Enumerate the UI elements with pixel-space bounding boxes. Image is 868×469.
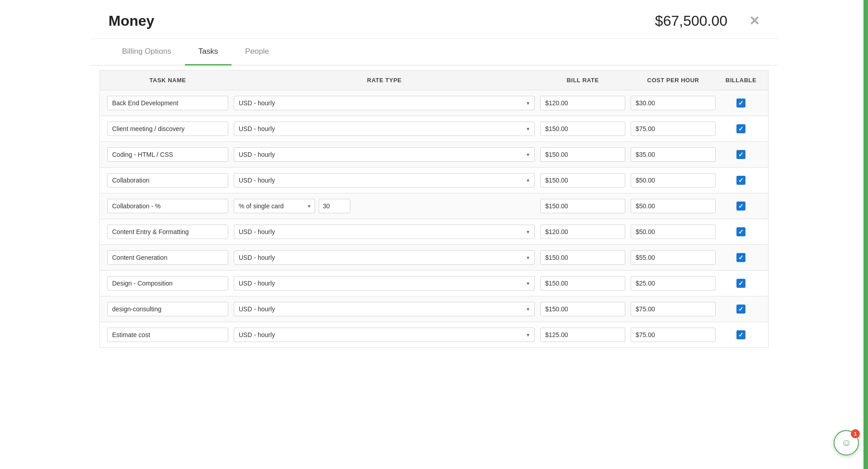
task-name-input[interactable] <box>107 173 228 188</box>
bill-rate-input[interactable] <box>540 276 625 291</box>
table-row: USD - hourly % of single card Fixed fee … <box>99 270 769 296</box>
billable-cell <box>718 200 764 212</box>
rate-type-select-wrapper: USD - hourly % of single card Fixed fee … <box>234 250 535 265</box>
bill-rate-input[interactable] <box>540 199 625 213</box>
cost-per-hour-input[interactable] <box>631 328 716 342</box>
billable-checkbox[interactable] <box>736 150 745 159</box>
tab-tasks[interactable]: Tasks <box>185 39 231 66</box>
rate-type-select-wrapper: USD - hourly % of single card Fixed fee … <box>234 147 535 162</box>
right-bar <box>863 0 868 469</box>
cost-per-hour-input[interactable] <box>631 96 716 110</box>
billable-checkbox[interactable] <box>736 330 745 339</box>
bill-rate-input[interactable] <box>540 122 625 136</box>
cost-per-hour-cell <box>628 145 718 164</box>
billable-checkbox[interactable] <box>736 305 745 314</box>
cost-per-hour-input[interactable] <box>631 199 716 213</box>
col-header-task-name: TASK NAME <box>104 77 231 84</box>
modal-header: Money $67,500.00 ✕ <box>90 0 778 39</box>
task-name-input[interactable] <box>107 250 228 265</box>
rate-type-select[interactable]: USD - hourly % of single card Fixed fee … <box>234 225 535 239</box>
table-row: USD - hourly % of single card Fixed fee … <box>99 167 769 193</box>
task-name-cell <box>104 171 231 189</box>
rate-type-select-wrapper: USD - hourly % of single card Fixed fee … <box>234 302 535 316</box>
billable-checkbox[interactable] <box>736 124 745 133</box>
task-name-input[interactable] <box>107 225 228 239</box>
billable-checkbox[interactable] <box>736 227 745 236</box>
task-name-cell <box>104 300 231 318</box>
col-header-rate-type: RATE TYPE <box>231 77 538 84</box>
billable-checkbox[interactable] <box>736 253 745 262</box>
bill-rate-cell <box>538 249 628 267</box>
task-name-input[interactable] <box>107 302 228 316</box>
task-name-cell <box>104 274 231 292</box>
task-name-cell <box>104 223 231 241</box>
billable-cell <box>718 174 764 187</box>
rate-type-select[interactable]: USD - hourly % of single card Fixed fee … <box>234 122 535 136</box>
tasks-table-container: TASK NAME RATE TYPE BILL RATE COST PER H… <box>90 70 778 357</box>
billable-cell <box>718 225 764 238</box>
bill-rate-input[interactable] <box>540 147 625 162</box>
task-name-input[interactable] <box>107 199 228 213</box>
billable-checkbox[interactable] <box>736 279 745 288</box>
cost-per-hour-input[interactable] <box>631 250 716 265</box>
modal-amount: $67,500.00 <box>655 13 727 29</box>
bill-rate-input[interactable] <box>540 96 625 110</box>
cost-per-hour-cell <box>628 197 718 215</box>
bill-rate-input[interactable] <box>540 328 625 342</box>
rate-type-select-wrapper: USD - hourly % of single card Fixed fee … <box>234 225 535 239</box>
rate-number-input[interactable] <box>319 199 350 213</box>
billable-cell <box>718 251 764 264</box>
task-name-cell <box>104 120 231 138</box>
rate-type-inner: USD - hourly % of single card Fixed fee … <box>234 199 350 213</box>
cost-per-hour-input[interactable] <box>631 225 716 239</box>
bill-rate-input[interactable] <box>540 302 625 316</box>
rate-type-cell: USD - hourly % of single card Fixed fee … <box>231 94 538 112</box>
bill-rate-cell <box>538 274 628 292</box>
billable-cell <box>718 303 764 315</box>
cost-per-hour-cell <box>628 120 718 138</box>
rate-type-cell: USD - hourly % of single card Fixed fee … <box>231 145 538 164</box>
billable-checkbox[interactable] <box>736 98 745 108</box>
task-name-cell <box>104 94 231 112</box>
cost-per-hour-input[interactable] <box>631 173 716 188</box>
table-row: USD - hourly % of single card Fixed fee … <box>99 296 769 322</box>
table-row: USD - hourly % of single card Fixed fee … <box>99 244 769 270</box>
bill-rate-input[interactable] <box>540 173 625 188</box>
bill-rate-input[interactable] <box>540 225 625 239</box>
rate-type-select[interactable]: USD - hourly % of single card Fixed fee … <box>234 250 535 265</box>
cost-per-hour-input[interactable] <box>631 122 716 136</box>
header-right: $67,500.00 ✕ <box>655 13 760 29</box>
rate-type-select-small[interactable]: USD - hourly % of single card Fixed fee … <box>234 199 315 213</box>
bill-rate-input[interactable] <box>540 250 625 265</box>
cost-per-hour-cell <box>628 223 718 241</box>
billable-checkbox[interactable] <box>736 176 745 185</box>
cost-per-hour-cell <box>628 94 718 112</box>
tab-billing-options[interactable]: Billing Options <box>108 39 185 66</box>
billable-cell <box>718 328 764 341</box>
cost-per-hour-cell <box>628 249 718 267</box>
rate-type-select[interactable]: USD - hourly % of single card Fixed fee … <box>234 173 535 188</box>
rate-type-select[interactable]: USD - hourly % of single card Fixed fee … <box>234 147 535 162</box>
billable-checkbox[interactable] <box>736 202 745 211</box>
rate-type-select[interactable]: USD - hourly % of single card Fixed fee … <box>234 276 535 291</box>
cost-per-hour-input[interactable] <box>631 302 716 316</box>
chat-widget[interactable]: 1 ☺ <box>834 430 859 455</box>
task-name-input[interactable] <box>107 328 228 342</box>
task-name-input[interactable] <box>107 147 228 162</box>
task-name-input[interactable] <box>107 96 228 110</box>
rate-type-select[interactable]: USD - hourly % of single card Fixed fee … <box>234 96 535 110</box>
rate-type-cell: USD - hourly % of single card Fixed fee … <box>231 171 538 189</box>
close-button[interactable]: ✕ <box>749 14 760 28</box>
col-header-billable: BILLABLE <box>718 77 764 84</box>
rate-type-cell: USD - hourly % of single card Fixed fee … <box>231 120 538 138</box>
task-name-input[interactable] <box>107 122 228 136</box>
table-row: USD - hourly % of single card Fixed fee … <box>99 219 769 244</box>
rate-type-select[interactable]: USD - hourly % of single card Fixed fee … <box>234 302 535 316</box>
rate-type-select[interactable]: USD - hourly % of single card Fixed fee … <box>234 328 535 342</box>
bill-rate-cell <box>538 300 628 318</box>
tab-people[interactable]: People <box>231 39 283 66</box>
cost-per-hour-input[interactable] <box>631 276 716 291</box>
cost-per-hour-input[interactable] <box>631 147 716 162</box>
cost-per-hour-cell <box>628 171 718 189</box>
task-name-input[interactable] <box>107 276 228 291</box>
